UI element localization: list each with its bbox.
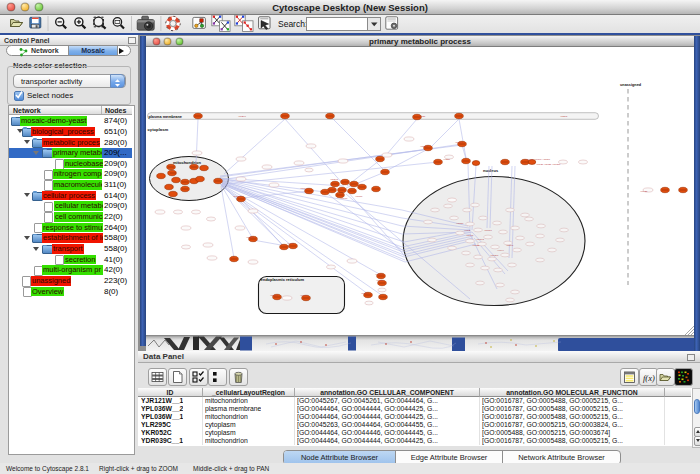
svg-text:f(x): f(x)	[643, 373, 655, 383]
svg-text:Ydl140: Ydl140	[466, 234, 474, 237]
svg-text:Ymr290: Ymr290	[490, 254, 499, 257]
svg-text:Yor222: Yor222	[233, 195, 241, 198]
svg-text:Ygl122: Ygl122	[472, 244, 480, 247]
svg-text:Yhr092: Yhr092	[375, 273, 383, 276]
svg-text:mitochondrion: mitochondrion	[173, 160, 202, 165]
svg-text:Ybr010: Ybr010	[484, 229, 492, 232]
svg-text:Ykl127 Ydl021 Ymr278: Ykl127 Ydl021 Ymr278	[536, 163, 561, 166]
svg-text:Ygr192: Ygr192	[476, 238, 484, 241]
svg-text:endoplasmic reticulum: endoplasmic reticulum	[261, 277, 305, 282]
svg-text:Ydr536: Ydr536	[246, 236, 254, 239]
svg-text:Ymr105 Ybr196 Ydr050: Ymr105 Ybr196 Ydr050	[525, 158, 551, 161]
svg-text:Ypl265: Ypl265	[560, 115, 568, 118]
svg-text:Ybr298: Ybr298	[238, 115, 246, 118]
svg-text:Ygl008: Ygl008	[355, 195, 363, 198]
svg-text:Yxl02: Yxl02	[464, 229, 471, 232]
svg-text:Ykl060: Ykl060	[340, 197, 348, 200]
svg-text:Yel069: Yel069	[361, 292, 369, 295]
svg-text:Ypr156: Ypr156	[270, 294, 278, 297]
svg-text:unassigned: unassigned	[620, 83, 642, 87]
svg-text:Ylr044: Ylr044	[497, 249, 505, 252]
svg-text:Ygl037: Ygl037	[418, 115, 426, 118]
svg-text:Ygl253: Ygl253	[376, 279, 384, 282]
svg-text:plasma membrane: plasma membrane	[149, 115, 182, 119]
svg-text:Yll043: Yll043	[287, 242, 294, 245]
svg-text:Ygl255: Ygl255	[420, 145, 428, 148]
svg-text:Ylr258: Ylr258	[443, 158, 451, 161]
svg-text:Ypl061: Ypl061	[506, 244, 514, 247]
svg-text:Yhr094: Yhr094	[300, 187, 308, 190]
svg-text:nucleus: nucleus	[483, 168, 499, 173]
svg-text:Search:: Search:	[278, 19, 307, 29]
svg-text:cytoplasm: cytoplasm	[148, 127, 169, 132]
svg-text:Ycl025: Ycl025	[640, 190, 648, 193]
svg-text:Ydr342: Ydr342	[330, 178, 338, 181]
svg-text:Yal038: Yal038	[456, 222, 464, 225]
svg-text:Yor271: Yor271	[455, 141, 463, 144]
svg-text:Ydl194: Ydl194	[300, 294, 308, 297]
